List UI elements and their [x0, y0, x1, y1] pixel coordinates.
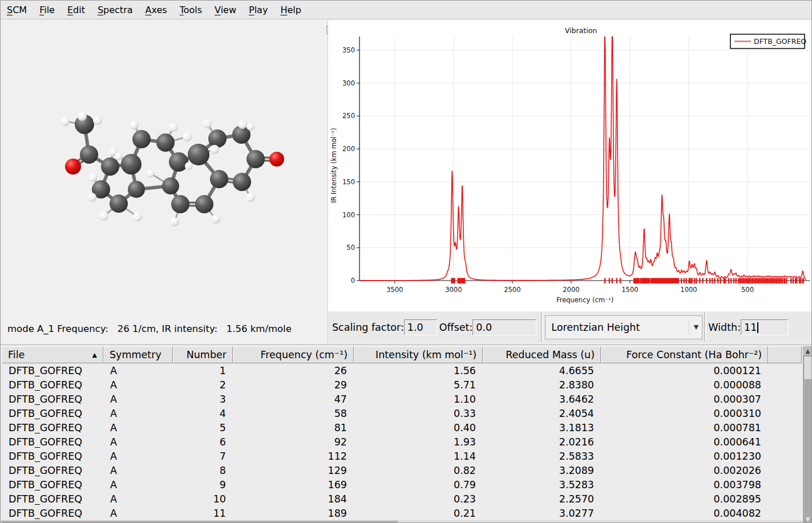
column-header-file[interactable]: File▲ — [2, 346, 103, 363]
carbon-atom[interactable] — [156, 133, 175, 152]
column-header-force[interactable]: Force Constant (Ha Bohr⁻²) — [601, 346, 768, 363]
hydrogen-atom[interactable] — [133, 212, 142, 221]
column-header-frequency[interactable]: Frequency (cm⁻¹) — [233, 346, 354, 363]
carbon-atom[interactable] — [162, 177, 179, 194]
carbon-atom[interactable] — [210, 170, 228, 188]
cell-frequency: 26 — [233, 365, 354, 376]
hydrogen-atom[interactable] — [88, 173, 98, 182]
cell-number: 9 — [173, 479, 233, 490]
hydrogen-atom[interactable] — [211, 214, 220, 224]
cell-symmetry: A — [103, 379, 173, 391]
hydrogen-atom[interactable] — [238, 120, 247, 129]
hydrogen-atom[interactable] — [169, 123, 178, 132]
carbon-atom[interactable] — [80, 145, 98, 164]
table-row[interactable]: DFTB_GOFREQA3471.103.64620.000307 — [2, 392, 803, 406]
table-row[interactable]: DFTB_GOFREQA2295.712.83800.000088 — [2, 378, 803, 392]
carbon-atom[interactable] — [101, 157, 119, 176]
scrollbar-thumb[interactable] — [2, 521, 398, 523]
hydrogen-atom[interactable] — [247, 123, 254, 131]
hydrogen-atom[interactable] — [78, 112, 87, 121]
table-row[interactable]: DFTB_GOFREQA1261.564.66550.000121 — [2, 363, 803, 378]
cell-reduced: 2.8380 — [483, 379, 601, 391]
svg-text:200: 200 — [342, 145, 355, 153]
horizontal-scrollbar[interactable] — [1, 520, 803, 523]
offset-input[interactable]: 0.0 — [472, 319, 536, 335]
hydrogen-atom[interactable] — [115, 152, 123, 160]
cell-symmetry: A — [103, 465, 173, 476]
hydrogen-atom[interactable] — [93, 116, 102, 125]
cell-force: 0.004082 — [601, 508, 768, 519]
carbon-atom[interactable] — [233, 173, 251, 191]
hydrogen-atom[interactable] — [147, 169, 155, 177]
table-row[interactable]: DFTB_GOFREQA5810.403.18130.000781 — [2, 420, 803, 435]
molecule-viewport[interactable]: mode A_1 Frequency: 26 1/cm, IR intensit… — [2, 19, 326, 343]
cell-force: 0.000310 — [601, 408, 768, 419]
table-row[interactable]: DFTB_GOFREQA111890.213.02770.004082 — [2, 506, 803, 520]
cell-number: 11 — [173, 508, 233, 519]
column-header-intensity[interactable]: Intensity (km mol⁻¹) — [354, 346, 483, 363]
scroll-down-button[interactable]: ▼ — [803, 514, 812, 523]
chevron-down-icon[interactable]: ▼ — [689, 321, 698, 334]
carbon-atom[interactable] — [132, 130, 151, 148]
menu-file[interactable]: File — [33, 2, 61, 18]
cell-file: DFTB_GOFREQ — [2, 493, 103, 505]
scroll-up-button[interactable]: ▲ — [803, 346, 812, 355]
table-row[interactable]: DFTB_GOFREQA6921.932.02160.000641 — [2, 435, 803, 449]
carbon-atom[interactable] — [188, 144, 209, 165]
vibration-chart[interactable]: 3500300025002000150010005000501001502002… — [328, 20, 812, 311]
spectrum-plot[interactable]: 3500300025002000150010005000501001502002… — [328, 20, 812, 311]
cell-intensity: 5.71 — [354, 379, 483, 391]
oxygen-atom[interactable] — [65, 159, 81, 175]
scaling-factor-input[interactable]: 1.0 — [404, 319, 437, 335]
carbon-atom[interactable] — [128, 181, 145, 198]
svg-text:150: 150 — [342, 178, 355, 186]
carbon-atom[interactable] — [121, 154, 142, 175]
menu-play[interactable]: Play — [243, 2, 274, 18]
menu-spectra[interactable]: Spectra — [91, 2, 139, 18]
oxygen-atom[interactable] — [269, 152, 284, 167]
column-header-filler[interactable] — [768, 346, 802, 363]
scrollbar-thumb[interactable] — [803, 356, 812, 380]
carbon-atom[interactable] — [247, 150, 265, 168]
column-header-number[interactable]: Number — [173, 346, 233, 363]
hydrogen-atom[interactable] — [185, 162, 193, 170]
column-header-reduced[interactable]: Reduced Mass (u) — [483, 346, 601, 363]
cell-number: 8 — [173, 465, 233, 476]
menu-tools[interactable]: Tools — [173, 2, 208, 18]
lorentzian-height-select[interactable]: Lorentzian Height ▼ — [545, 315, 702, 339]
menu-edit[interactable]: Edit — [61, 2, 91, 18]
hydrogen-atom[interactable] — [246, 193, 255, 202]
hydrogen-atom[interactable] — [170, 217, 179, 226]
cell-symmetry: A — [103, 508, 173, 519]
carbon-atom[interactable] — [195, 195, 213, 213]
width-input[interactable]: 11 — [741, 319, 789, 335]
menu-help[interactable]: Help — [274, 2, 307, 18]
hydrogen-atom[interactable] — [203, 119, 212, 128]
menu-axes[interactable]: Axes — [139, 2, 173, 18]
column-header-symmetry[interactable]: Symmetry — [103, 346, 173, 363]
table-row[interactable]: DFTB_GOFREQA101840.232.25700.002895 — [2, 492, 803, 506]
hydrogen-atom[interactable] — [60, 117, 70, 126]
carbon-atom[interactable] — [169, 152, 188, 172]
menu-view[interactable]: View — [208, 2, 243, 18]
table-row[interactable]: DFTB_GOFREQA91690.793.52830.003798 — [2, 477, 803, 492]
carbon-atom[interactable] — [171, 195, 189, 213]
carbon-atom[interactable] — [208, 129, 227, 148]
table-row[interactable]: DFTB_GOFREQA4580.332.40540.000310 — [2, 406, 803, 420]
menu-scm[interactable]: SCM — [1, 2, 33, 18]
table-row[interactable]: DFTB_GOFREQA71121.142.58330.001230 — [2, 449, 803, 463]
cell-intensity: 1.93 — [354, 436, 483, 448]
hydrogen-atom[interactable] — [183, 132, 192, 141]
hydrogen-atom[interactable] — [210, 145, 219, 154]
hydrogen-atom[interactable] — [130, 120, 139, 129]
vertical-scrollbar[interactable]: ▲ ▼ — [803, 346, 812, 523]
molecule-3d-view[interactable] — [2, 19, 326, 322]
cell-file: DFTB_GOFREQ — [2, 436, 103, 448]
hydrogen-atom[interactable] — [99, 212, 108, 221]
spectrum-controls: Scaling factor: 1.0 Offset: 0.0 Lorentzi… — [328, 311, 812, 343]
carbon-atom[interactable] — [110, 194, 128, 213]
hydrogen-atom[interactable] — [87, 193, 96, 202]
cell-number: 10 — [173, 493, 233, 505]
cell-file: DFTB_GOFREQ — [2, 365, 103, 376]
table-row[interactable]: DFTB_GOFREQA81290.823.20890.002026 — [2, 463, 803, 477]
